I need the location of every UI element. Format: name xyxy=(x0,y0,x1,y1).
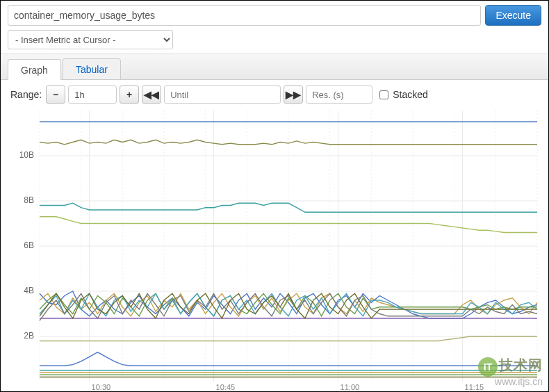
range-label: Range: xyxy=(10,89,42,100)
x-tick-label: 11:15 xyxy=(465,383,484,391)
tab-tabular[interactable]: Tabular xyxy=(63,58,121,79)
until-input[interactable] xyxy=(164,85,281,104)
range-increase-button[interactable]: + xyxy=(120,85,139,104)
resolution-input[interactable] xyxy=(306,85,372,104)
y-tick-label: 8B xyxy=(10,195,34,205)
time-rewind-button[interactable]: ◀◀ xyxy=(142,85,161,104)
x-tick-label: 10:30 xyxy=(92,383,111,391)
y-tick-label: 6B xyxy=(10,240,34,250)
range-decrease-button[interactable]: − xyxy=(46,85,65,104)
y-tick-label: 4B xyxy=(10,286,34,295)
insert-metric-select[interactable]: - Insert Metric at Cursor - xyxy=(8,30,173,49)
time-forward-button[interactable]: ▶▶ xyxy=(284,85,303,104)
chart[interactable]: 2B4B6B8B10B10:3010:4511:0011:15 xyxy=(6,108,541,391)
execute-button[interactable]: Execute xyxy=(485,5,541,26)
tab-graph[interactable]: Graph xyxy=(8,59,61,80)
range-input[interactable] xyxy=(68,85,117,104)
y-tick-label: 2B xyxy=(10,331,34,341)
y-tick-label: 10B xyxy=(10,150,34,160)
tab-bar: Graph Tabular xyxy=(1,54,548,80)
stacked-checkbox[interactable] xyxy=(379,90,388,99)
expression-input[interactable] xyxy=(8,5,481,26)
x-tick-label: 11:00 xyxy=(341,383,360,391)
x-tick-label: 10:45 xyxy=(216,383,236,391)
stacked-label: Stacked xyxy=(393,89,428,100)
